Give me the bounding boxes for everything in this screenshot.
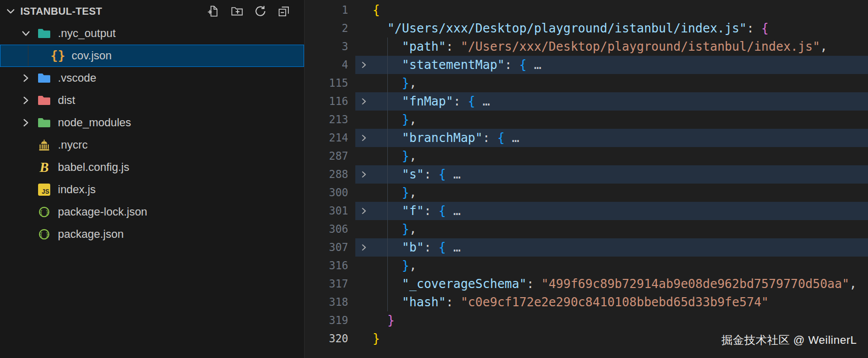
folder-icon [36,27,53,40]
tree-item-label: .vscode [58,71,96,85]
chevron-right-icon[interactable] [20,73,36,84]
code-line-318[interactable]: 318 "hash": "c0e9cf172e2e290c8410108bbeb… [305,293,868,311]
fold-gutter [355,293,373,311]
line-number: 287 [305,147,355,165]
code-line-213[interactable]: 213 }, [305,111,868,129]
code-text: } [373,311,394,330]
indent-guide [387,165,388,184]
indent-guide [387,275,388,293]
tree-item-cov.json[interactable]: {}cov.json [0,45,304,67]
code-text: "fnMap": { … [373,92,490,111]
line-number: 116 [305,92,355,111]
chevron-right-icon[interactable] [20,95,36,106]
code-text: "statementMap": { … [373,56,541,74]
fold-chevron-icon[interactable] [355,165,373,184]
tree-item-node_modules[interactable]: node_modules [0,112,304,134]
code-text: "path": "/Users/xxx/Desktop/playground/i… [373,38,827,56]
tree-item-label: .nycrc [58,138,88,152]
code-line-287[interactable]: 287 }, [305,147,868,165]
fold-chevron-icon[interactable] [355,202,373,220]
code-text: }, [373,220,417,238]
tree-item-dist[interactable]: dist [0,89,304,112]
chevron-down-icon[interactable] [20,28,36,39]
editor-pane: 1{2 "/Users/xxx/Desktop/playground/istan… [305,0,868,358]
code-line-3[interactable]: 3 "path": "/Users/xxx/Desktop/playground… [305,38,868,56]
code-text: }, [373,111,417,129]
tree-item-index.js[interactable]: JSindex.js [0,178,304,201]
fold-gutter [355,257,373,275]
indent-guide [387,238,388,257]
code-line-body: "_coverageSchema": "499f69c89b72914ab9e0… [355,275,868,293]
svg-text:{ }: { } [40,209,49,215]
section-chevron-down-icon[interactable] [5,6,18,17]
code-line-316[interactable]: 316 }, [305,257,868,275]
code-line-300[interactable]: 300 }, [305,184,868,202]
explorer-title: ISTANBUL-TEST [20,6,207,17]
collapse-all-button[interactable] [277,4,291,18]
line-number: 300 [305,184,355,202]
folded-region-line: "fnMap": { … [355,92,868,111]
code-line-body: "path": "/Users/xxx/Desktop/playground/i… [355,38,868,56]
fold-chevron-icon[interactable] [355,129,373,147]
tree-item-label: node_modules [58,116,131,129]
fold-chevron-icon[interactable] [355,238,373,257]
line-number: 320 [305,330,355,348]
code-line-306[interactable]: 306 }, [305,220,868,238]
tree-item-.vscode[interactable]: .vscode [0,67,304,89]
indent-guide [387,202,388,220]
code-text: }, [373,184,417,202]
fold-gutter [355,147,373,165]
indent-guide [387,38,388,56]
code-text: }, [373,147,417,165]
folder-icon [36,94,53,106]
explorer-section-header[interactable]: ISTANBUL-TEST [0,0,304,22]
tree-item-babel.config.js[interactable]: Bbabel.config.js [0,156,304,178]
tree-item-label: .nyc_output [58,27,116,40]
fold-chevron-icon[interactable] [355,92,373,111]
fold-gutter [355,38,373,56]
fold-gutter [355,184,373,202]
tree-item-label: cov.json [72,49,112,62]
tree-item-.nyc_output[interactable]: .nyc_output [0,22,304,45]
tree-item-.nycrc[interactable]: .nycrc [0,134,304,156]
indent-guide [387,56,388,74]
indent-guide [387,129,388,147]
istanbul-icon [36,138,53,152]
code-line-317[interactable]: 317 "_coverageSchema": "499f69c89b72914a… [305,275,868,293]
file-tree: .nyc_output{}cov.json.vscodedistnode_mod… [0,22,304,245]
new-folder-button[interactable] [230,4,244,18]
code-line-288[interactable]: 288 "s": { … [305,165,868,184]
code-line-214[interactable]: 214 "branchMap": { … [305,129,868,147]
code-line-body: "/Users/xxx/Desktop/playground/istanbul/… [355,19,868,38]
indent-guide [387,111,388,129]
code-line-2[interactable]: 2 "/Users/xxx/Desktop/playground/istanbu… [305,19,868,38]
fold-chevron-icon[interactable] [355,56,373,74]
code-line-116[interactable]: 116 "fnMap": { … [305,92,868,111]
indent-guide [387,74,388,92]
code-line-115[interactable]: 115 }, [305,74,868,92]
line-number: 214 [305,129,355,147]
code-text: }, [373,257,417,275]
refresh-button[interactable] [253,4,268,18]
tree-item-label: index.js [58,183,96,196]
line-number: 301 [305,202,355,220]
code-text: "_coverageSchema": "499f69c89b72914ab9e0… [373,275,857,293]
code-line-4[interactable]: 4 "statementMap": { … [305,56,868,74]
new-file-button[interactable] [207,4,221,18]
code-line-307[interactable]: 307 "b": { … [305,238,868,257]
js-icon: JS [36,184,53,196]
line-number: 2 [305,19,355,38]
code-line-1[interactable]: 1{ [305,1,868,19]
indent-guide [387,92,388,111]
code-line-body: }, [355,184,868,202]
json-braces-icon: {} [49,50,66,62]
svg-text:{ }: { } [40,232,49,237]
tree-item-package-lock.json[interactable]: { }package-lock.json [0,201,304,223]
fold-gutter [355,311,373,330]
line-number: 3 [305,38,355,56]
tree-item-package.json[interactable]: { }package.json [0,223,304,245]
code-text: } [373,330,380,348]
code-line-301[interactable]: 301 "f": { … [305,202,868,220]
chevron-right-icon[interactable] [20,117,36,128]
code-line-319[interactable]: 319 } [305,311,868,330]
